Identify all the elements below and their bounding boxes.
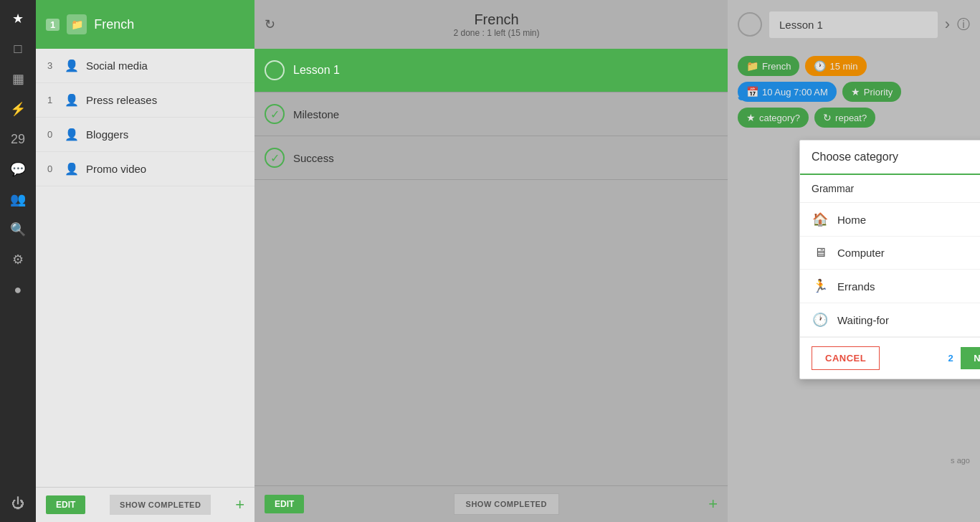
project-item[interactable]: 0 👤 Promo video (36, 152, 254, 186)
task-name: Success (293, 152, 334, 164)
inbox-icon[interactable]: □ (5, 36, 31, 62)
show-completed-button[interactable]: SHOW COMPLETED (110, 495, 211, 515)
person-icon: 👤 (65, 162, 79, 176)
projects-header: 1 📁 French (36, 0, 254, 49)
checkmark-icon: ✓ (270, 151, 280, 165)
project-list: 3 👤 Social media 1 👤 Press releases 0 👤 … (36, 49, 254, 487)
grid-icon[interactable]: ▦ (5, 66, 31, 92)
calendar-badge: 29 (11, 132, 25, 147)
category-item-name: Home (837, 214, 866, 226)
search-icon[interactable]: 🔍 (5, 217, 31, 242)
sidebar: ★ □ ▦ ⚡ 29 💬 👥 🔍 ⚙ ● ⏻ (0, 0, 36, 522)
new-button[interactable]: NEW (961, 347, 980, 369)
tasks-subtitle: 2 done : 1 left (15 min) (275, 28, 718, 38)
project-count-badge: 0 (47, 163, 57, 174)
tasks-footer: EDIT SHOW COMPLETED + (254, 485, 728, 522)
project-item[interactable]: 1 👤 Press releases (36, 83, 254, 118)
project-count-badge: 0 (47, 129, 57, 140)
task-circle (265, 60, 285, 80)
new-btn-container: 2 NEW (948, 347, 980, 369)
calendar-icon[interactable]: 29 (5, 126, 31, 152)
person-icon: 👤 (65, 128, 79, 141)
power-icon[interactable]: ⏻ (5, 490, 31, 516)
person-icon: 👤 (65, 59, 79, 72)
tasks-header: ↻ French 2 done : 1 left (15 min) (254, 0, 728, 49)
category-search-input[interactable] (812, 183, 980, 194)
category-item-name: Errands (837, 280, 875, 293)
detail-panel: Lesson 1 › ⓘ 📁 French 🕐 15 min 📅 10 Aug … (728, 0, 980, 522)
add-project-button[interactable]: + (235, 495, 244, 514)
project-title: French (94, 17, 134, 32)
project-item[interactable]: 3 👤 Social media (36, 49, 254, 83)
tasks-panel: ↻ French 2 done : 1 left (15 min) Lesson… (254, 0, 728, 522)
person-icon: 👤 (65, 93, 79, 107)
waiting-icon: 🕐 (812, 312, 829, 328)
task-item[interactable]: ✓ Success (254, 136, 728, 180)
category-item-name: Waiting-for (837, 314, 889, 326)
errands-icon: 🏃 (812, 278, 829, 294)
folder-icon: 📁 (67, 14, 87, 34)
category-dropdown: Choose category 🏠 Home 🖥 Computer 🏃 Erra… (799, 140, 980, 379)
task-list: Lesson 1 ✓ Milestone ✓ Success (254, 49, 728, 485)
dropdown-title: Choose category (800, 141, 980, 175)
project-count-badge: 1 (47, 95, 57, 105)
settings-icon[interactable]: ⚙ (5, 247, 31, 272)
category-footer: CANCEL 2 NEW (800, 337, 980, 379)
users-icon[interactable]: 👥 (5, 186, 31, 212)
edit-button[interactable]: EDIT (46, 495, 85, 514)
new-number: 2 (948, 353, 953, 364)
chat-icon[interactable]: 💬 (5, 156, 31, 182)
checkmark-icon: ✓ (270, 108, 280, 121)
home-icon: 🏠 (812, 212, 829, 227)
cancel-button[interactable]: CANCEL (812, 346, 880, 370)
task-item[interactable]: Lesson 1 (254, 49, 728, 92)
project-name: Press releases (86, 94, 243, 106)
help-icon[interactable]: ● (5, 277, 31, 303)
project-name: Bloggers (86, 128, 243, 141)
category-search-container (800, 175, 980, 203)
task-item[interactable]: ✓ Milestone (254, 92, 728, 136)
projects-panel: 1 📁 French 3 👤 Social media 1 👤 Press re… (36, 0, 254, 522)
task-name: Milestone (293, 108, 339, 120)
lightning-icon[interactable]: ⚡ (5, 96, 31, 122)
projects-footer: EDIT SHOW COMPLETED + (36, 487, 254, 522)
task-circle-done: ✓ (265, 104, 285, 124)
project-count-badge: 3 (47, 60, 57, 71)
project-name: Social media (86, 60, 243, 72)
show-completed-tasks-button[interactable]: SHOW COMPLETED (454, 493, 559, 515)
category-item-home[interactable]: 🏠 Home (800, 203, 980, 237)
task-circle-done: ✓ (265, 148, 285, 168)
project-name: Promo video (86, 163, 243, 175)
project-item[interactable]: 0 👤 Bloggers (36, 118, 254, 152)
computer-icon: 🖥 (812, 245, 829, 260)
category-item-name: Computer (837, 247, 885, 259)
category-item-errands[interactable]: 🏃 Errands (800, 270, 980, 303)
project-count: 1 (46, 19, 60, 31)
edit-tasks-button[interactable]: EDIT (265, 495, 304, 513)
category-item-computer[interactable]: 🖥 Computer (800, 237, 980, 270)
star-icon[interactable]: ★ (5, 6, 31, 32)
refresh-button[interactable]: ↻ (265, 16, 275, 32)
add-task-button[interactable]: + (708, 495, 718, 513)
tasks-title: French (275, 11, 718, 28)
category-item-waiting[interactable]: 🕐 Waiting-for (800, 303, 980, 337)
task-name: Lesson 1 (293, 64, 340, 77)
tasks-header-title: French 2 done : 1 left (15 min) (275, 11, 718, 38)
